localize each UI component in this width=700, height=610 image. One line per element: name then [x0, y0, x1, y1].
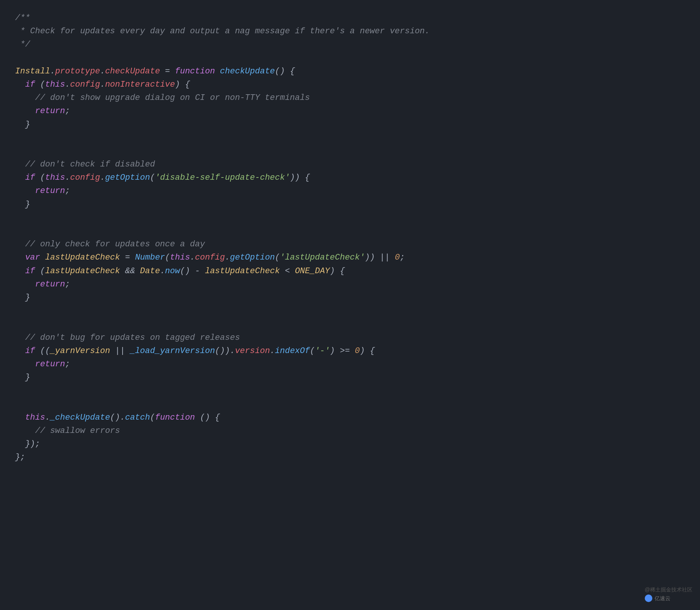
code-line-blank-1 — [15, 51, 685, 65]
code-line-15: } — [15, 198, 685, 211]
code-editor: /** * Check for updates every day and ou… — [0, 0, 700, 610]
watermark-text-bottom: 亿速云 — [655, 594, 670, 602]
code-line-5: Install.prototype.checkUpdate = function… — [15, 65, 685, 78]
code-line-33: }); — [15, 437, 685, 451]
code-line-blank-7 — [15, 317, 685, 331]
code-line-3: */ — [15, 38, 685, 51]
code-line-13: if (this.config.getOption('disable-self-… — [15, 171, 685, 184]
code-line-blank-3 — [15, 145, 685, 158]
code-line-blank-5 — [15, 224, 685, 238]
logo-icon — [645, 594, 652, 602]
code-line-32: // swallow errors — [15, 424, 685, 437]
code-line-34: }; — [15, 451, 685, 464]
code-line-6: if (this.config.nonInteractive) { — [15, 78, 685, 91]
code-line-blank-8 — [15, 384, 685, 397]
code-line-blank-2 — [15, 131, 685, 145]
code-line-blank-9 — [15, 397, 685, 411]
watermark-text-top: @稀土掘金技术社区 — [645, 585, 692, 594]
code-line-8: return; — [15, 104, 685, 118]
code-line-2: * Check for updates every day and output… — [15, 25, 685, 38]
code-line-18: // only check for updates once a day — [15, 238, 685, 251]
code-line-31: this._checkUpdate().catch(function () { — [15, 411, 685, 424]
code-line-21: return; — [15, 278, 685, 291]
code-line-14: return; — [15, 184, 685, 198]
code-line-22: } — [15, 291, 685, 304]
code-line-27: return; — [15, 358, 685, 371]
code-line-20: if (lastUpdateCheck && Date.now() - last… — [15, 265, 685, 278]
code-line-blank-6 — [15, 304, 685, 317]
code-line-28: } — [15, 371, 685, 384]
code-line-19: var lastUpdateCheck = Number(this.config… — [15, 251, 685, 264]
code-line-26: if ((_yarnVersion || _load_yarnVersion()… — [15, 344, 685, 358]
code-line-25: // don't bug for updates on tagged relea… — [15, 331, 685, 344]
watermark-logo: 亿速云 — [645, 594, 692, 602]
watermark: @稀土掘金技术社区 亿速云 — [645, 585, 692, 602]
code-line-1: /** — [15, 11, 685, 25]
code-line-7: // don't show upgrade dialog on CI or no… — [15, 91, 685, 104]
code-line-9: } — [15, 118, 685, 131]
code-line-12: // don't check if disabled — [15, 158, 685, 171]
code-line-blank-4 — [15, 211, 685, 224]
